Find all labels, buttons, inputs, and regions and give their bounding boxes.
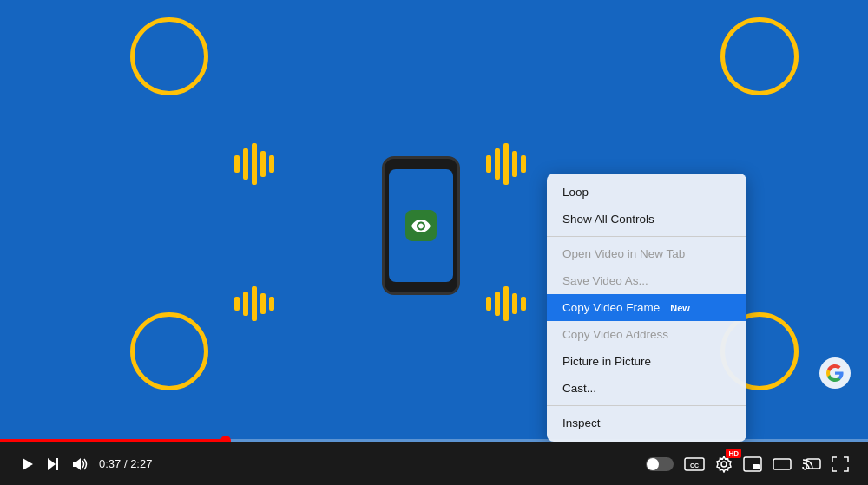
miniplayer-icon bbox=[743, 456, 762, 472]
volume-button[interactable] bbox=[66, 453, 94, 475]
menu-item-cast[interactable]: Cast... bbox=[547, 375, 746, 402]
svg-rect-9 bbox=[753, 464, 760, 469]
play-button[interactable] bbox=[14, 453, 40, 475]
svg-rect-10 bbox=[773, 459, 791, 469]
menu-item-inspect[interactable]: Inspect bbox=[547, 410, 746, 436]
phone-device bbox=[382, 156, 460, 295]
fullscreen-icon bbox=[832, 456, 849, 472]
new-badge: New bbox=[670, 303, 690, 313]
settings-button[interactable]: HD bbox=[710, 452, 738, 476]
waveform-bottom-left bbox=[234, 286, 274, 321]
video-player: Loop Show All Controls Open Video in New… bbox=[0, 0, 868, 442]
cc-icon: CC bbox=[684, 456, 705, 472]
menu-item-copy-video-frame[interactable]: Copy Video Frame New bbox=[547, 294, 746, 321]
menu-item-show-all-controls[interactable]: Show All Controls bbox=[547, 206, 746, 233]
decorative-circle-bottom-left bbox=[130, 312, 208, 390]
miniplayer-button[interactable] bbox=[738, 453, 767, 475]
google-logo bbox=[818, 356, 852, 390]
waveform-right bbox=[486, 143, 526, 185]
svg-point-7 bbox=[721, 462, 727, 467]
waveform-bottom-right bbox=[486, 286, 526, 321]
menu-item-copy-video-address[interactable]: Copy Video Address bbox=[547, 321, 746, 348]
svg-marker-1 bbox=[23, 458, 33, 470]
theater-mode-button[interactable] bbox=[767, 453, 797, 475]
volume-icon bbox=[71, 456, 89, 472]
eye-icon bbox=[411, 220, 431, 232]
decorative-circle-top-left bbox=[130, 17, 208, 95]
play-icon bbox=[19, 456, 35, 472]
time-display: 0:37 / 2:27 bbox=[99, 457, 152, 470]
waveform-left bbox=[234, 143, 274, 185]
menu-divider-2 bbox=[547, 405, 746, 406]
menu-item-picture-in-picture[interactable]: Picture in Picture bbox=[547, 348, 746, 375]
gear-icon bbox=[715, 456, 733, 473]
menu-item-open-video-new-tab[interactable]: Open Video in New Tab bbox=[547, 240, 746, 267]
cast-button[interactable] bbox=[797, 453, 826, 475]
svg-rect-3 bbox=[56, 458, 58, 470]
loop-toggle[interactable] bbox=[646, 457, 674, 471]
next-icon bbox=[45, 456, 61, 472]
next-button[interactable] bbox=[40, 453, 66, 475]
theater-icon bbox=[773, 456, 792, 472]
context-menu: Loop Show All Controls Open Video in New… bbox=[547, 174, 746, 442]
decorative-circle-top-right bbox=[720, 17, 799, 95]
hd-badge: HD bbox=[726, 449, 741, 458]
svg-text:CC: CC bbox=[690, 462, 699, 469]
svg-marker-2 bbox=[48, 458, 56, 470]
fullscreen-button[interactable] bbox=[826, 453, 854, 475]
controls-bar: 0:37 / 2:27 CC HD bbox=[0, 442, 868, 485]
svg-marker-4 bbox=[73, 458, 81, 470]
menu-item-loop[interactable]: Loop bbox=[547, 179, 746, 206]
cast-icon bbox=[802, 456, 821, 472]
app-icon bbox=[405, 210, 437, 241]
cc-button[interactable]: CC bbox=[679, 453, 710, 475]
menu-divider-1 bbox=[547, 236, 746, 237]
menu-item-save-video-as[interactable]: Save Video As... bbox=[547, 267, 746, 294]
